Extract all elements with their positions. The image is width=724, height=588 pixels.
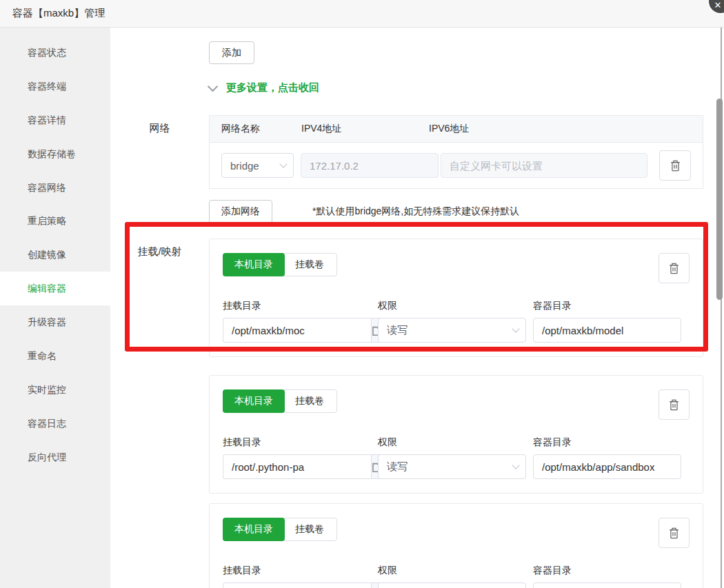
tab-local-directory[interactable]: 本机目录	[223, 253, 285, 276]
add-network-button[interactable]: 添加网络	[209, 200, 272, 223]
delete-mount-button[interactable]	[658, 389, 690, 420]
container-dir-label: 容器目录	[533, 300, 681, 312]
sidebar-item-data-volumes[interactable]: 数据存储卷	[0, 137, 110, 171]
sidebar-item-container-network[interactable]: 容器网络	[0, 171, 110, 205]
container-dir-label: 容器目录	[533, 436, 681, 449]
main-content: 添加 更多设置，点击收回 网络 网络名称 IPV4地址 IPV6	[110, 28, 724, 588]
sidebar-item-upgrade-container[interactable]: 升级容器	[0, 305, 110, 339]
chevron-down-icon	[208, 81, 219, 92]
mount-type-tabs: 本机目录 挂载卷	[223, 389, 337, 413]
tab-mount-volume[interactable]: 挂载卷	[282, 518, 337, 541]
network-table: 网络名称 IPV4地址 IPV6地址 bridge	[209, 115, 703, 189]
permission-select[interactable]: 读写	[378, 318, 526, 343]
delete-mount-button[interactable]	[658, 518, 690, 548]
trash-icon	[669, 527, 679, 539]
mounts-section-label: 挂载/映射	[110, 239, 209, 258]
permission-label: 权限	[378, 565, 526, 577]
ipv4-input[interactable]	[301, 153, 439, 178]
trash-icon	[670, 160, 681, 172]
sidebar-item-rename[interactable]: 重命名	[0, 339, 110, 373]
sidebar-item-container-status[interactable]: 容器状态	[0, 36, 110, 70]
container-dir-input[interactable]	[533, 582, 681, 588]
scrollbar-thumb[interactable]	[716, 99, 723, 300]
host-dir-input[interactable]	[223, 318, 371, 343]
permission-selected: 读写	[387, 324, 408, 337]
network-name-selected: bridge	[230, 160, 259, 172]
host-dir-label: 挂载目录	[223, 300, 371, 312]
container-dir-input[interactable]	[533, 318, 681, 343]
ipv6-input[interactable]	[441, 153, 647, 178]
container-dir-label: 容器目录	[533, 565, 681, 577]
sidebar: 容器状态 容器终端 容器详情 数据存储卷 容器网络 重启策略 创建镜像 编辑容器…	[0, 28, 110, 588]
more-settings-toggle[interactable]: 更多设置，点击收回	[209, 81, 703, 94]
host-dir-label: 挂载目录	[223, 565, 371, 577]
col-network-name: 网络名称	[210, 123, 301, 135]
chevron-down-icon	[279, 160, 287, 168]
mount-type-tabs: 本机目录 挂载卷	[223, 518, 337, 541]
chevron-down-icon	[512, 325, 519, 332]
network-row: bridge	[210, 143, 703, 188]
sidebar-item-realtime-monitor[interactable]: 实时监控	[0, 373, 110, 407]
host-dir-input[interactable]	[223, 582, 371, 588]
mount-card-2: 本机目录 挂载卷 挂载目录	[209, 375, 703, 494]
container-manage-window: 容器【maxkb】管理 ✕ 容器状态 容器终端 容器详情 数据存储卷 容器网络 …	[0, 0, 724, 588]
sidebar-item-edit-container[interactable]: 编辑容器	[0, 272, 110, 305]
network-default-note: *默认使用bridge网络,如无特殊需求建议保持默认	[312, 205, 519, 218]
host-dir-label: 挂载目录	[223, 436, 371, 449]
permission-selected: 读写	[387, 460, 408, 474]
sidebar-item-create-image[interactable]: 创建镜像	[0, 238, 110, 272]
page-title: 容器【maxkb】管理	[12, 7, 105, 20]
sidebar-item-restart-policy[interactable]: 重启策略	[0, 204, 110, 238]
chevron-down-icon	[512, 461, 519, 469]
sidebar-item-reverse-proxy[interactable]: 反向代理	[0, 440, 110, 474]
sidebar-item-container-details[interactable]: 容器详情	[0, 103, 110, 137]
close-icon: ✕	[714, 0, 722, 10]
host-dir-input[interactable]	[223, 454, 371, 479]
permission-select[interactable]: 读写	[378, 582, 526, 588]
permission-label: 权限	[378, 436, 526, 449]
tab-mount-volume[interactable]: 挂载卷	[282, 389, 337, 413]
tab-local-directory[interactable]: 本机目录	[223, 518, 285, 541]
sidebar-item-container-terminal[interactable]: 容器终端	[0, 70, 110, 103]
permission-select[interactable]: 读写	[378, 454, 526, 479]
window-header: 容器【maxkb】管理	[0, 0, 724, 28]
trash-icon	[669, 263, 679, 274]
tab-local-directory[interactable]: 本机目录	[223, 389, 285, 413]
mount-card-1: 本机目录 挂载卷 挂载目录	[209, 239, 703, 357]
col-ipv6: IPV6地址	[429, 123, 703, 135]
add-button[interactable]: 添加	[209, 41, 254, 64]
trash-icon	[669, 399, 679, 411]
network-section-label: 网络	[110, 115, 209, 135]
col-ipv4: IPV4地址	[301, 123, 429, 135]
sidebar-item-container-logs[interactable]: 容器日志	[0, 407, 110, 440]
container-dir-input[interactable]	[533, 454, 681, 479]
mount-card-3: 本机目录 挂载卷 挂载目录	[209, 503, 703, 588]
network-table-header: 网络名称 IPV4地址 IPV6地址	[210, 116, 703, 143]
network-name-select[interactable]: bridge	[221, 153, 294, 178]
delete-mount-button[interactable]	[658, 253, 690, 283]
mount-type-tabs: 本机目录 挂载卷	[223, 253, 337, 276]
permission-label: 权限	[378, 300, 526, 312]
more-settings-label: 更多设置，点击收回	[226, 81, 319, 94]
delete-network-button[interactable]	[659, 150, 691, 181]
tab-mount-volume[interactable]: 挂载卷	[282, 253, 337, 276]
